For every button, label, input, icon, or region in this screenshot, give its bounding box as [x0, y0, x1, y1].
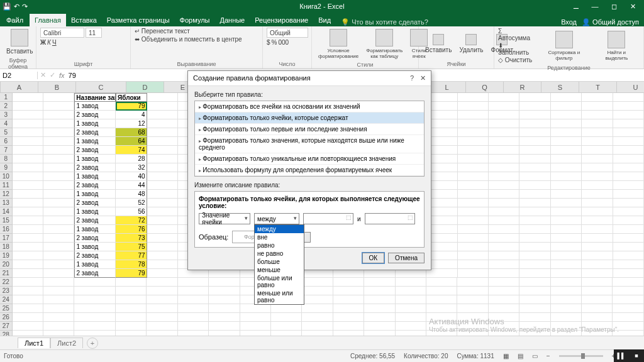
rule-type-item[interactable]: Форматировать все ячейки на основании их… [195, 101, 424, 112]
row-header[interactable]: 13 [0, 199, 13, 207]
cell[interactable] [551, 93, 582, 102]
cell[interactable] [209, 295, 240, 304]
cell[interactable] [240, 331, 271, 336]
cell[interactable]: 48 [116, 190, 147, 199]
cell[interactable] [271, 304, 302, 313]
row-header[interactable]: 9 [0, 163, 13, 172]
cell[interactable]: 1 завод [74, 243, 116, 251]
cell[interactable] [551, 234, 582, 243]
cell[interactable] [364, 304, 395, 313]
cell[interactable] [302, 304, 333, 313]
cell[interactable] [209, 313, 240, 322]
cell[interactable] [519, 251, 550, 260]
row-header[interactable]: 22 [0, 278, 13, 287]
cell[interactable] [613, 313, 643, 322]
row-header[interactable]: 20 [0, 260, 13, 269]
rule-type-list[interactable]: Форматировать все ячейки на основании их… [194, 101, 425, 177]
cell[interactable] [582, 190, 613, 199]
cell[interactable] [551, 190, 582, 199]
cell[interactable] [613, 260, 644, 269]
row-header[interactable]: 23 [0, 287, 13, 295]
cell[interactable] [519, 225, 550, 234]
cell[interactable] [489, 278, 519, 287]
cell[interactable] [147, 287, 177, 295]
clear-button[interactable]: ◇ Очистить [498, 57, 535, 63]
cell[interactable] [519, 295, 550, 304]
cell[interactable] [519, 190, 550, 199]
cell[interactable] [613, 119, 644, 128]
cell[interactable] [426, 331, 457, 336]
cell[interactable]: 56 [116, 207, 147, 216]
cell[interactable] [147, 260, 178, 269]
cell[interactable] [519, 243, 550, 251]
cell[interactable] [613, 278, 643, 287]
cell[interactable] [178, 269, 209, 278]
column-header[interactable]: Q [466, 82, 504, 92]
cell[interactable] [147, 331, 177, 336]
name-box[interactable]: D2 [0, 72, 38, 79]
cell[interactable] [613, 269, 644, 278]
cell[interactable] [489, 172, 519, 181]
cell[interactable] [333, 295, 364, 304]
cell[interactable] [551, 163, 582, 172]
cell[interactable] [489, 111, 519, 119]
close-icon[interactable]: ✕ [624, 1, 641, 12]
cell[interactable] [43, 287, 74, 295]
row-header[interactable]: 11 [0, 181, 13, 190]
condition-subject-select[interactable]: Значение ячейки [199, 213, 250, 224]
currency-icon[interactable]: $ [267, 39, 270, 46]
cell[interactable] [613, 146, 644, 155]
row-header[interactable]: 10 [0, 172, 13, 181]
cell[interactable] [458, 225, 489, 234]
cell[interactable] [396, 304, 426, 313]
cell[interactable] [458, 207, 489, 216]
cell[interactable] [147, 243, 178, 251]
condition-value2-input[interactable] [365, 213, 415, 224]
cell[interactable]: 2 завод [74, 269, 116, 278]
tab-view[interactable]: Вид [313, 14, 336, 26]
cell[interactable] [519, 207, 550, 216]
row-header[interactable]: 12 [0, 190, 13, 199]
cell[interactable] [613, 243, 644, 251]
sheet-tab-2[interactable]: Лист2 [50, 337, 83, 348]
cell[interactable] [519, 287, 550, 295]
underline-icon[interactable]: Ч [52, 39, 57, 46]
cell[interactable] [43, 137, 74, 146]
cell[interactable] [519, 269, 550, 278]
cell[interactable] [178, 304, 209, 313]
cell[interactable] [13, 119, 43, 128]
dropdown-option[interactable]: между [255, 225, 304, 233]
tab-review[interactable]: Рецензирование [250, 14, 313, 26]
cell[interactable] [147, 313, 177, 322]
cell[interactable] [613, 251, 644, 260]
cell[interactable] [43, 304, 74, 313]
cell[interactable] [551, 119, 582, 128]
cell[interactable] [364, 295, 395, 304]
cell[interactable] [551, 199, 582, 207]
cell[interactable] [147, 322, 177, 331]
cell[interactable] [551, 278, 582, 287]
rule-type-item[interactable]: Форматировать только уникальные или повт… [195, 153, 424, 165]
cell[interactable] [364, 322, 395, 331]
dialog-close-icon[interactable]: ✕ [420, 74, 426, 82]
cell[interactable] [74, 322, 116, 331]
tab-data[interactable]: Данные [214, 14, 250, 26]
cell[interactable] [613, 102, 644, 111]
cell[interactable] [271, 322, 302, 331]
cell[interactable] [489, 225, 519, 234]
cell[interactable] [458, 102, 489, 111]
cell[interactable] [74, 278, 116, 287]
cell[interactable] [582, 146, 613, 155]
rule-type-item[interactable]: Форматировать только ячейки, которые сод… [195, 112, 424, 124]
row-header[interactable]: 6 [0, 137, 13, 146]
cell[interactable] [551, 331, 582, 336]
cell[interactable] [43, 155, 74, 163]
restore-icon[interactable]: ◻ [605, 1, 623, 12]
cell[interactable] [519, 155, 550, 163]
fill-button[interactable]: ⬇ Заполнить [498, 42, 535, 56]
cell[interactable] [13, 163, 43, 172]
cell[interactable] [13, 278, 43, 287]
cell[interactable] [147, 172, 178, 181]
cell[interactable] [551, 155, 582, 163]
cell[interactable] [147, 119, 178, 128]
